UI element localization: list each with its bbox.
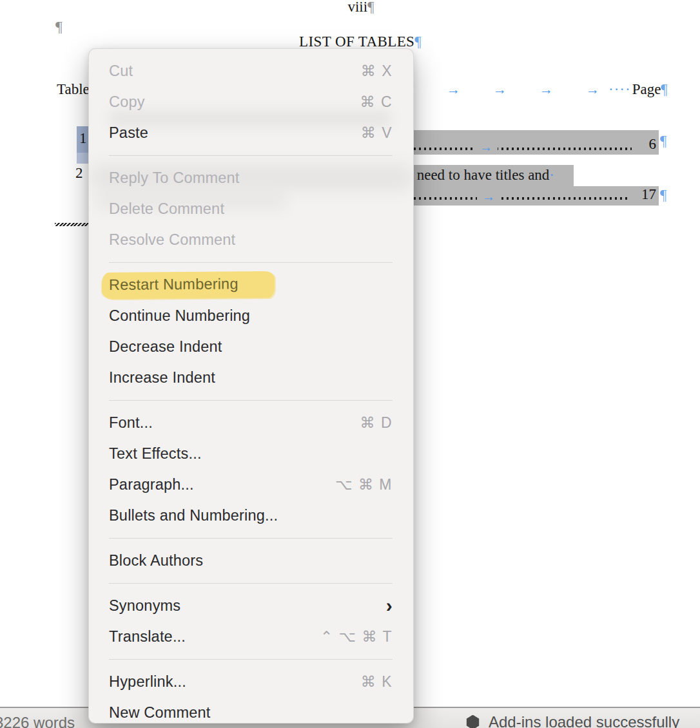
addin-status-group: Add-ins loaded successfully [465, 713, 679, 728]
shortcut-label: ⌘ D [360, 414, 393, 432]
addin-status-message: Add-ins loaded successfully [489, 713, 679, 728]
toc-entry-number[interactable]: 2 [75, 165, 83, 182]
menu-item-delete-comment: Delete Comment [89, 193, 413, 224]
tab-arrow-icon: → [477, 191, 500, 202]
menu-item-synonyms[interactable]: Synonyms › [89, 590, 413, 621]
space-dot-mark: · [549, 167, 554, 183]
menu-separator [109, 659, 393, 660]
tab-arrow-icon: → [493, 82, 507, 97]
menu-item-translate[interactable]: Translate... ⌃ ⌥ ⌘ T [89, 621, 413, 652]
submenu-chevron-icon: › [386, 598, 393, 613]
yellow-marker-annotation: Restart Numbering [102, 271, 275, 298]
pilcrow-mark: ¶ [55, 18, 63, 35]
shortcut-label: ⌘ V [361, 124, 393, 142]
shortcut-label: ⌘ X [361, 62, 393, 80]
toc-entry-text: s need to have titles and· [407, 167, 554, 184]
menu-separator [109, 262, 393, 263]
pilcrow-mark: ¶ [414, 34, 422, 50]
context-menu: Cut ⌘ X Copy ⌘ C Paste ⌘ V Reply To Comm… [88, 48, 414, 723]
menu-item-cut: Cut ⌘ X [89, 55, 413, 86]
pilcrow-mark: ¶ [367, 0, 374, 15]
tab-arrow-icon: → [447, 82, 460, 97]
toc-page-number: 6 [649, 136, 657, 153]
menu-separator [109, 155, 393, 156]
menu-item-continue-numbering[interactable]: Continue Numbering [89, 300, 413, 331]
menu-separator [109, 538, 393, 539]
shortcut-label: ⌘ C [360, 93, 393, 111]
pilcrow-mark: ¶ [660, 133, 666, 149]
pilcrow-mark: ¶ [660, 187, 666, 204]
menu-item-copy: Copy ⌘ C [89, 86, 413, 117]
toc-page-number: 17 [641, 186, 656, 203]
toc-entry-number[interactable]: 1 [79, 130, 87, 147]
menu-item-font[interactable]: Font... ⌘ D [89, 407, 413, 438]
addin-hexagon-icon [465, 715, 480, 728]
page-number: viii [347, 0, 367, 15]
menu-item-reply-to-comment: Reply To Comment [89, 162, 413, 193]
page-number-line: viii¶ [0, 0, 700, 15]
menu-item-text-effects[interactable]: Text Effects... [89, 438, 413, 469]
menu-item-decrease-indent[interactable]: Decrease Indent [89, 331, 413, 362]
menu-separator [109, 583, 393, 584]
menu-item-hyperlink[interactable]: Hyperlink... ⌘ K [89, 666, 413, 697]
word-count[interactable]: 3226 words [0, 714, 75, 728]
menu-item-new-comment[interactable]: New Comment [89, 697, 413, 723]
word-document-window: viii¶ ¶ LIST OF TABLES¶ Table → → → → ··… [0, 0, 700, 728]
tab-arrow-icon: → [474, 141, 498, 153]
page-column-label: Page [632, 81, 661, 97]
menu-separator [109, 400, 393, 401]
table-column-label[interactable]: Table [57, 81, 90, 98]
menu-item-paragraph[interactable]: Paragraph... ⌥ ⌘ M [89, 469, 413, 500]
pilcrow-mark: ¶ [661, 81, 667, 97]
shortcut-label: ⌘ K [361, 673, 393, 691]
menu-item-restart-numbering[interactable]: Restart Numbering [89, 269, 413, 300]
menu-item-paste[interactable]: Paste ⌘ V [89, 117, 413, 148]
menu-item-bullets-and-numbering[interactable]: Bullets and Numbering... [89, 500, 413, 531]
tab-arrow-icon: → [540, 82, 553, 97]
page-column-label-group[interactable]: ····Page¶ [608, 81, 668, 98]
menu-item-resolve-comment: Resolve Comment [89, 224, 413, 255]
menu-item-block-authors[interactable]: Block Authors [89, 545, 413, 576]
menu-item-increase-indent[interactable]: Increase Indent [89, 362, 413, 393]
shortcut-label: ⌃ ⌥ ⌘ T [320, 628, 393, 646]
heading-text: LIST OF TABLES [299, 34, 414, 50]
space-dots: ···· [608, 81, 631, 97]
shortcut-label: ⌥ ⌘ M [335, 476, 393, 493]
tab-arrow-icon: → [586, 82, 599, 97]
